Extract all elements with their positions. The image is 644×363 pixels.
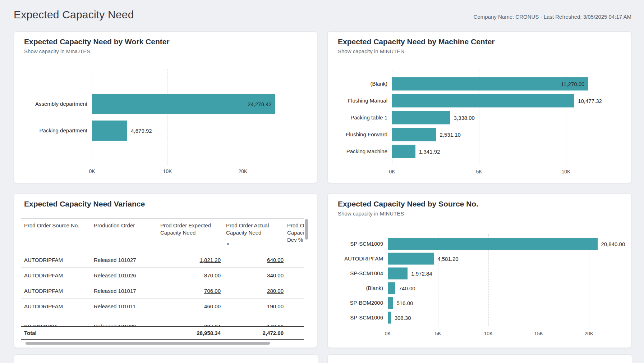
vertical-scrollbar[interactable]: [305, 219, 308, 240]
category-label: Flushing Forward: [338, 131, 392, 137]
cell-production-order: Released 101017: [91, 288, 158, 294]
chart-row: Flushing Forward2,531.10: [338, 126, 621, 143]
bar-value-label: 2,531.10: [440, 131, 461, 137]
column-header-2[interactable]: Production Order: [91, 219, 158, 252]
bar-value-label: 308.30: [395, 314, 411, 321]
table-row: SP-SCM1004Released 101029387.84140.00: [21, 314, 304, 326]
bar-sp-scm1006[interactable]: [388, 312, 391, 323]
drill-link-actual[interactable]: 340.00: [267, 272, 284, 278]
company-refresh-info: Company Name: CRONUS - Last Refreshed: 3…: [474, 14, 631, 20]
drill-link-expected[interactable]: 1,821.20: [200, 257, 221, 263]
bar-value-label: 4,581.20: [437, 255, 458, 262]
work-center-panel: Expected Capacity Need by Work Center Sh…: [14, 31, 317, 183]
total-actual: 2,472.00: [221, 330, 284, 336]
table-total-row: Total28,958.342,472.00: [21, 326, 304, 340]
axis-tick-label: 5K: [427, 331, 449, 336]
bar-track: 10,477.32: [392, 92, 621, 109]
bar-value-label: 740.00: [399, 285, 415, 291]
bar-packing-department[interactable]: [92, 121, 127, 141]
bar-sp-scm1004[interactable]: [388, 267, 408, 279]
bar-value-label: 4,679.92: [131, 127, 152, 133]
bar-flushing-manual[interactable]: [392, 94, 574, 107]
variance-table-panel: Expected Capacity Need Variance Prod Ord…: [14, 194, 317, 348]
cell-actual-capacity: 640.00: [221, 257, 284, 263]
column-header-4[interactable]: Prod Order Actual Capacity Need▼: [221, 219, 284, 252]
axis-tick-label: 20K: [578, 331, 600, 336]
bar-track: 24,278.42: [92, 91, 308, 117]
drill-link-expected[interactable]: 706.00: [204, 288, 221, 294]
bar-blank[interactable]: [392, 77, 588, 90]
category-label: Assembly department: [24, 101, 92, 107]
cell-source-no: AUTODRIPFAM: [21, 257, 91, 263]
cell-source-no: AUTODRIPFAM: [21, 272, 91, 278]
total-label: Total: [21, 330, 91, 336]
drill-link-actual[interactable]: 280.00: [267, 288, 284, 294]
page-title: Expected Capacity Need: [14, 9, 134, 21]
category-label: SP-SCM1004: [338, 270, 388, 276]
table-row: AUTODRIPFAMReleased 1010271,821.20640.00: [21, 252, 304, 268]
chart-row: (Blank)740.00: [338, 281, 626, 295]
chart-row: Flushing Manual10,477.32: [338, 92, 621, 109]
bar-sp-bom2000[interactable]: [388, 297, 393, 309]
variance-table-inner: Prod Order Source No.Production OrderPro…: [21, 218, 304, 345]
bar-value-label: 10,477.32: [578, 97, 602, 104]
column-header-1[interactable]: Prod Order Source No.: [21, 219, 91, 252]
bar-value-label: 1,972.84: [411, 270, 432, 276]
variance-table-title: Expected Capacity Need Variance: [24, 200, 317, 208]
category-label: (Blank): [338, 285, 388, 291]
category-label: AUTODRIPFAM: [338, 255, 388, 262]
sort-desc-icon[interactable]: ▼: [226, 241, 284, 248]
column-header-3[interactable]: Prod Order Expected Capacity Need: [158, 219, 221, 252]
drill-link-actual[interactable]: 190.00: [267, 303, 284, 309]
bar-value-label: 24,278.42: [248, 101, 272, 107]
table-row: AUTODRIPFAMReleased 101017706.00280.00: [21, 283, 304, 299]
partial-panel-left: [14, 354, 318, 363]
bar-packing-table-1[interactable]: [392, 111, 450, 124]
axis-tick-label: 10K: [478, 331, 499, 336]
bar-packing-machine[interactable]: [392, 145, 415, 158]
bar-track: 2,531.10: [392, 126, 621, 143]
column-header-label: Production Order: [94, 222, 155, 229]
bar-track: 4,581.20: [388, 251, 626, 266]
column-header-5[interactable]: Prod Order Capacity Dev %: [284, 219, 304, 252]
axis-tick-label: 20K: [232, 168, 254, 174]
chart-plot-area: (Blank)11,270.00Flushing Manual10,477.32…: [338, 70, 621, 165]
variance-table: Prod Order Source No.Production OrderPro…: [21, 218, 304, 345]
axis-tick-label: 0K: [81, 168, 103, 174]
category-label: SP-SCM1006: [338, 314, 388, 321]
drill-link-actual[interactable]: 140.00: [267, 323, 284, 326]
cell-actual-capacity: 340.00: [221, 272, 284, 278]
chart-row: Packing department4,679.92: [24, 117, 308, 144]
category-label: Packing Machine: [338, 148, 392, 154]
bar-sp-scm1009[interactable]: [388, 238, 598, 250]
work-center-bar-chart: Assembly department24,278.42Packing depa…: [14, 32, 317, 183]
bar-track: 1,972.84: [388, 266, 626, 281]
bar-autodripfam[interactable]: [388, 253, 434, 264]
drill-link-expected[interactable]: 387.84: [204, 323, 221, 326]
column-header-label: Prod Order Actual Capacity Need: [226, 222, 275, 236]
cell-actual-capacity: 280.00: [221, 288, 284, 294]
cell-source-no: SP-SCM1004: [21, 323, 91, 326]
axis-tick-label: 5K: [468, 169, 490, 174]
horizontal-scrollbar[interactable]: [26, 342, 270, 345]
cell-expected-capacity: 870.00: [158, 272, 221, 278]
drill-link-expected[interactable]: 870.00: [204, 272, 221, 278]
cell-actual-capacity: 190.00: [221, 303, 284, 309]
partial-panel-right: [327, 354, 632, 363]
cell-production-order: Released 101011: [91, 303, 158, 309]
axis-tick-label: 15K: [528, 331, 549, 336]
bar-blank[interactable]: [388, 282, 395, 294]
table-row: AUTODRIPFAMReleased 101011460.00190.00: [21, 299, 304, 314]
chart-row: Assembly department24,278.42: [24, 91, 308, 117]
source-no-bar-chart: SP-SCM100920,840.00AUTODRIPFAM4,581.20SP…: [328, 194, 631, 348]
axis-tick-label: 0K: [381, 169, 403, 174]
bar-value-label: 1,341.92: [419, 148, 440, 154]
machine-center-bar-chart: (Blank)11,270.00Flushing Manual10,477.32…: [328, 32, 631, 183]
bar-track: 11,270.00: [392, 75, 621, 92]
drill-link-actual[interactable]: 640.00: [267, 257, 284, 263]
cell-production-order: Released 101027: [91, 257, 158, 263]
bar-value-label: 516.00: [396, 300, 413, 306]
drill-link-expected[interactable]: 460.00: [204, 303, 221, 309]
bar-flushing-forward[interactable]: [392, 128, 436, 141]
cell-expected-capacity: 460.00: [158, 303, 221, 309]
